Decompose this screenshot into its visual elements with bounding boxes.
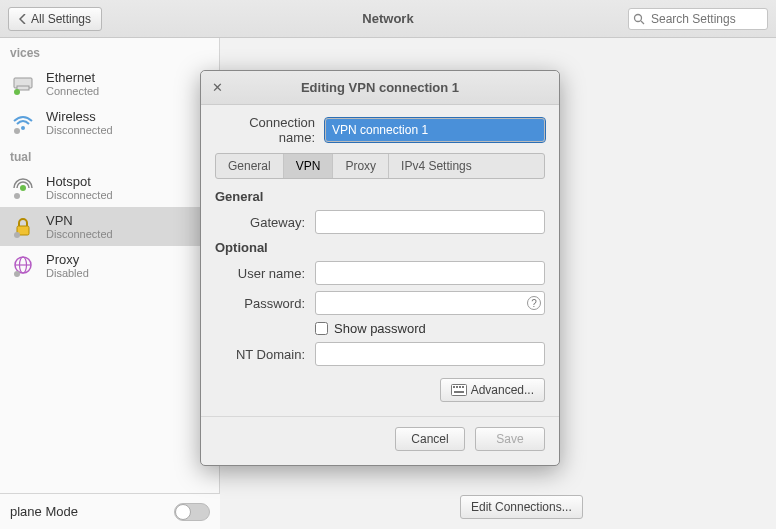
svg-rect-19 <box>462 386 464 388</box>
dialog-titlebar[interactable]: ✕ Editing VPN connection 1 <box>201 71 559 105</box>
airplane-toggle[interactable] <box>174 503 210 521</box>
sidebar: vices Ethernet Connected Wireless Discon… <box>0 38 220 529</box>
svg-point-10 <box>14 232 20 238</box>
svg-point-6 <box>14 128 20 134</box>
sidebar-item-hotspot[interactable]: Hotspot Disconnected <box>0 168 219 207</box>
sidebar-item-sub: Disconnected <box>46 124 113 136</box>
conn-name-input[interactable] <box>325 118 545 142</box>
cancel-button[interactable]: Cancel <box>395 427 465 451</box>
advanced-button[interactable]: Advanced... <box>440 378 545 402</box>
sidebar-item-ethernet[interactable]: Ethernet Connected <box>0 64 219 103</box>
tab-proxy[interactable]: Proxy <box>333 154 389 178</box>
wifi-icon <box>10 110 36 136</box>
group-general: General <box>215 189 545 204</box>
help-icon[interactable]: ? <box>527 296 541 310</box>
sidebar-item-sub: Disconnected <box>46 228 113 240</box>
svg-point-8 <box>14 193 20 199</box>
sidebar-item-vpn[interactable]: VPN Disconnected <box>0 207 219 246</box>
sidebar-item-sub: Disabled <box>46 267 89 279</box>
advanced-label: Advanced... <box>471 383 534 397</box>
sidebar-item-label: Wireless <box>46 109 113 124</box>
section-devices: vices <box>0 38 219 64</box>
all-settings-button[interactable]: All Settings <box>8 7 102 31</box>
password-label: Password: <box>215 296 315 311</box>
svg-point-5 <box>21 126 25 130</box>
sidebar-item-label: Proxy <box>46 252 89 267</box>
ethernet-icon <box>10 71 36 97</box>
ntdomain-input[interactable] <box>315 342 545 366</box>
tabs: General VPN Proxy IPv4 Settings <box>215 153 545 179</box>
lock-icon <box>10 214 36 240</box>
svg-point-4 <box>14 89 20 95</box>
save-button[interactable]: Save <box>475 427 545 451</box>
toolbar: All Settings Network <box>0 0 776 38</box>
close-icon[interactable]: ✕ <box>209 80 225 96</box>
ntdomain-label: NT Domain: <box>215 347 315 362</box>
chevron-left-icon <box>19 14 27 24</box>
sidebar-item-wireless[interactable]: Wireless Disconnected <box>0 103 219 142</box>
save-label: Save <box>496 432 523 446</box>
hotspot-icon <box>10 175 36 201</box>
username-label: User name: <box>215 266 315 281</box>
group-optional: Optional <box>215 240 545 255</box>
dialog-title: Editing VPN connection 1 <box>301 80 459 95</box>
svg-rect-16 <box>453 386 455 388</box>
tab-ipv4[interactable]: IPv4 Settings <box>389 154 544 178</box>
window-title: Network <box>362 11 413 26</box>
dialog-edit-vpn: ✕ Editing VPN connection 1 Connection na… <box>200 70 560 466</box>
show-password-checkbox[interactable] <box>315 322 328 335</box>
sidebar-item-label: Hotspot <box>46 174 113 189</box>
search-icon <box>633 13 645 25</box>
svg-point-7 <box>20 185 26 191</box>
sidebar-item-sub: Connected <box>46 85 99 97</box>
search-wrap <box>628 8 768 30</box>
gateway-input[interactable] <box>315 210 545 234</box>
svg-rect-18 <box>459 386 461 388</box>
all-settings-label: All Settings <box>31 12 91 26</box>
section-virtual: tual <box>0 142 219 168</box>
svg-rect-3 <box>17 86 29 90</box>
edit-connections-button[interactable]: Edit Connections... <box>460 495 583 519</box>
svg-rect-20 <box>454 391 464 393</box>
svg-rect-17 <box>456 386 458 388</box>
switch-knob <box>175 504 191 520</box>
airplane-mode-row: plane Mode <box>0 493 220 529</box>
svg-line-1 <box>641 21 644 24</box>
show-password-label: Show password <box>334 321 426 336</box>
gateway-label: Gateway: <box>215 215 315 230</box>
search-input[interactable] <box>628 8 768 30</box>
sidebar-item-sub: Disconnected <box>46 189 113 201</box>
username-input[interactable] <box>315 261 545 285</box>
airplane-mode-label: plane Mode <box>10 504 78 519</box>
sidebar-item-label: Ethernet <box>46 70 99 85</box>
svg-point-14 <box>14 271 20 277</box>
globe-icon <box>10 253 36 279</box>
conn-name-label: Connection name: <box>215 115 325 145</box>
cancel-label: Cancel <box>411 432 448 446</box>
svg-point-0 <box>635 14 642 21</box>
tab-general[interactable]: General <box>216 154 284 178</box>
sidebar-item-label: VPN <box>46 213 113 228</box>
keyboard-icon <box>451 384 467 396</box>
password-input[interactable] <box>315 291 545 315</box>
edit-connections-label: Edit Connections... <box>471 500 572 514</box>
sidebar-item-proxy[interactable]: Proxy Disabled <box>0 246 219 285</box>
tab-vpn[interactable]: VPN <box>284 154 334 178</box>
